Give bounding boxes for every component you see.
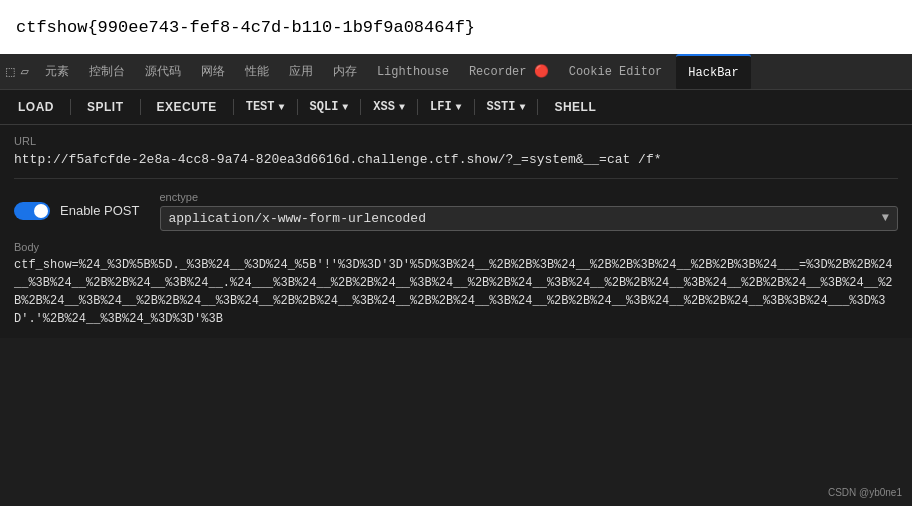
tab-application[interactable]: 应用 — [279, 54, 323, 90]
enctype-value: application/x-www-form-urlencoded — [169, 211, 882, 226]
tab-console[interactable]: 控制台 — [79, 54, 135, 90]
post-enctype-row: Enable POST enctype application/x-www-fo… — [14, 191, 898, 231]
flag-text: ctfshow{990ee743-fef8-4c7d-b110-1b9f9a08… — [16, 18, 475, 37]
enctype-section: enctype application/x-www-form-urlencode… — [160, 191, 899, 231]
load-button[interactable]: LOAD — [8, 96, 64, 118]
shell-button[interactable]: SHELL — [544, 96, 606, 118]
tab-cookie-editor[interactable]: Cookie Editor — [559, 54, 673, 90]
mobile-icon[interactable]: ▱ — [20, 63, 28, 80]
enctype-label: enctype — [160, 191, 899, 203]
sep8 — [537, 99, 538, 115]
ssti-dropdown[interactable]: SSTI▼ — [481, 96, 532, 118]
tab-performance[interactable]: 性能 — [235, 54, 279, 90]
sep2 — [140, 99, 141, 115]
sep5 — [360, 99, 361, 115]
enctype-arrow-icon: ▼ — [882, 211, 889, 225]
url-value[interactable]: http://f5afcfde-2e8a-4cc8-9a74-820ea3d66… — [14, 150, 898, 179]
sep4 — [297, 99, 298, 115]
url-section: URL http://f5afcfde-2e8a-4cc8-9a74-820ea… — [14, 135, 898, 179]
enctype-select[interactable]: application/x-www-form-urlencoded ▼ — [160, 206, 899, 231]
hackbar-content: URL http://f5afcfde-2e8a-4cc8-9a74-820ea… — [0, 125, 912, 338]
execute-button[interactable]: EXECUTE — [147, 96, 227, 118]
sep6 — [417, 99, 418, 115]
xss-dropdown[interactable]: XSS▼ — [367, 96, 411, 118]
devtools-tabbar: ⬚ ▱ 元素 控制台 源代码 网络 性能 应用 内存 Lighthouse Re… — [0, 54, 912, 90]
hackbar-toolbar: LOAD SPLIT EXECUTE TEST▼ SQLI▼ XSS▼ LFI▼… — [0, 90, 912, 125]
body-value[interactable]: ctf_show=%24_%3D%5B%5D._%3B%24__%3D%24_%… — [14, 256, 898, 328]
tab-lighthouse[interactable]: Lighthouse — [367, 54, 459, 90]
sep3 — [233, 99, 234, 115]
flag-output: ctfshow{990ee743-fef8-4c7d-b110-1b9f9a08… — [0, 0, 912, 54]
cursor-icon[interactable]: ⬚ — [6, 63, 14, 80]
sep1 — [70, 99, 71, 115]
body-section: Body ctf_show=%24_%3D%5B%5D._%3B%24__%3D… — [14, 241, 898, 328]
lfi-dropdown[interactable]: LFI▼ — [424, 96, 468, 118]
sep7 — [474, 99, 475, 115]
tab-elements[interactable]: 元素 — [35, 54, 79, 90]
enable-post-label: Enable POST — [60, 203, 140, 218]
body-label: Body — [14, 241, 898, 253]
tab-sources[interactable]: 源代码 — [135, 54, 191, 90]
url-label: URL — [14, 135, 898, 147]
tab-memory[interactable]: 内存 — [323, 54, 367, 90]
tab-hackbar[interactable]: HackBar — [676, 54, 750, 90]
test-dropdown[interactable]: TEST▼ — [240, 96, 291, 118]
tab-network[interactable]: 网络 — [191, 54, 235, 90]
enable-post-toggle[interactable] — [14, 202, 50, 220]
tab-recorder[interactable]: Recorder 🔴 — [459, 54, 559, 90]
toggle-row: Enable POST — [14, 202, 140, 220]
watermark: CSDN @yb0ne1 — [828, 487, 902, 498]
sqli-dropdown[interactable]: SQLI▼ — [304, 96, 355, 118]
split-button[interactable]: SPLIT — [77, 96, 134, 118]
